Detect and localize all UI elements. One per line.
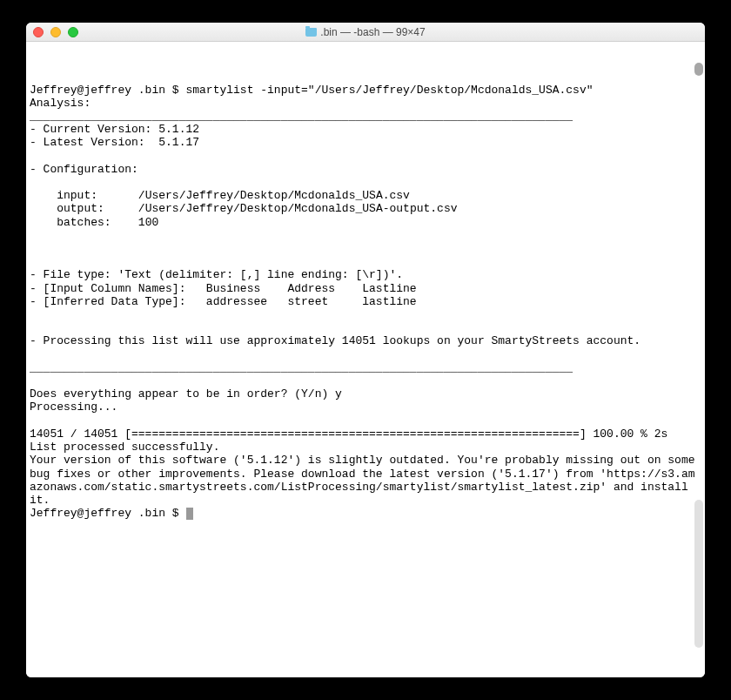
terminal-line: Does everything appear to be in order? (… xyxy=(30,387,342,400)
terminal-line: ________________________________________… xyxy=(30,361,573,374)
terminal-output: Jeffrey@jeffrey .bin $ smartylist -input… xyxy=(30,84,701,521)
titlebar[interactable]: .bin — -bash — 99×47 xyxy=(26,23,705,42)
terminal-line: output: /Users/Jeffrey/Desktop/Mcdonalds… xyxy=(30,202,458,215)
terminal-line: Your version of this software ('5.1.12')… xyxy=(30,454,701,507)
terminal-line: Analysis: xyxy=(30,97,91,110)
window-title: .bin — -bash — 99×47 xyxy=(26,26,705,38)
terminal-line: - [Input Column Names]: Business Address… xyxy=(30,282,417,295)
terminal-line: Jeffrey@jeffrey .bin $ smartylist -input… xyxy=(30,84,594,97)
minimize-button[interactable] xyxy=(50,27,61,37)
terminal-line: List processed successfully. xyxy=(30,441,219,454)
terminal-line: 14051 / 14051 [=========================… xyxy=(30,427,667,441)
terminal-line: - Configuration: xyxy=(30,163,138,176)
scrollbar-thumb-bottom[interactable] xyxy=(694,500,703,648)
terminal-line: - File type: 'Text (delimiter: [,] line … xyxy=(30,268,403,281)
terminal-line: Processing... xyxy=(30,400,117,414)
folder-icon xyxy=(305,28,317,37)
terminal-prompt: Jeffrey@jeffrey .bin $ xyxy=(30,507,185,520)
cursor xyxy=(186,508,193,520)
terminal-body[interactable]: Jeffrey@jeffrey .bin $ smartylist -input… xyxy=(26,42,705,677)
terminal-line: input: /Users/Jeffrey/Desktop/Mcdonalds_… xyxy=(30,189,410,202)
terminal-line: - Processing this list will use approxim… xyxy=(30,334,640,347)
terminal-window: .bin — -bash — 99×47 Jeffrey@jeffrey .bi… xyxy=(26,23,705,677)
terminal-line: batches: 100 xyxy=(30,216,158,229)
close-button[interactable] xyxy=(33,27,44,37)
scrollbar-thumb-top[interactable] xyxy=(694,63,703,76)
terminal-line: - Current Version: 5.1.12 xyxy=(30,123,199,136)
terminal-line: - Latest Version: 5.1.17 xyxy=(30,136,199,149)
maximize-button[interactable] xyxy=(68,27,78,37)
terminal-line: - [Inferred Data Type]: addressee street… xyxy=(30,295,417,308)
window-title-text: .bin — -bash — 99×47 xyxy=(320,26,425,38)
traffic-lights xyxy=(26,27,78,37)
terminal-line: ________________________________________… xyxy=(30,110,573,123)
